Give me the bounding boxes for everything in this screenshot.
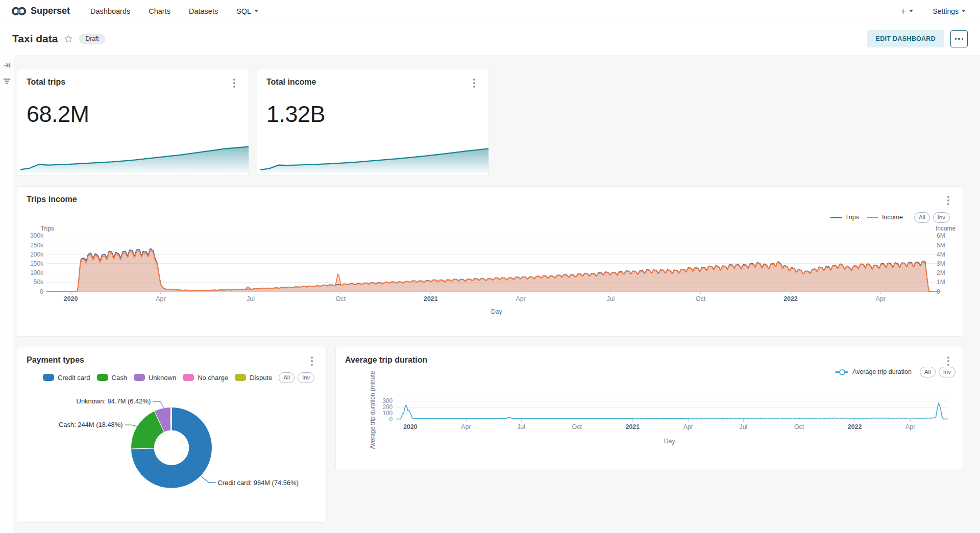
svg-text:4M: 4M: [937, 251, 945, 258]
svg-text:1M: 1M: [937, 278, 945, 286]
chevron-down-icon: [254, 10, 258, 12]
status-badge: Draft: [79, 34, 105, 44]
svg-text:Trips: Trips: [41, 225, 54, 232]
chart-legend: Credit card Cash Unknown No charge Dispu…: [43, 372, 314, 383]
favorite-star-icon[interactable]: [64, 34, 73, 43]
average-trip-duration-chart[interactable]: 3002001000Average trip duration (minute2…: [336, 347, 963, 469]
card-average-trip-duration: Average trip duration Average trip durat…: [335, 347, 963, 469]
svg-text:Oct: Oct: [794, 423, 804, 430]
svg-text:Jul: Jul: [517, 423, 525, 430]
dashboard-canvas: Total trips 68.2M Total income 1.32B Tri…: [0, 55, 980, 533]
legend-item-no-charge[interactable]: No charge: [183, 374, 228, 382]
chart-legend: Trips Income All Inv: [830, 212, 950, 223]
trips-income-chart[interactable]: 300k6M250k5M200k4M150k3M100k2M50k1M00Tri…: [17, 187, 963, 336]
legend-item-income[interactable]: Income: [867, 214, 903, 221]
nav-item-charts[interactable]: Charts: [149, 7, 170, 15]
card-total-trips: Total trips 68.2M: [17, 69, 249, 176]
legend-all-button[interactable]: All: [920, 367, 936, 377]
legend-inv-button[interactable]: Inv: [939, 367, 955, 377]
chart-legend: Average trip duration All Inv: [835, 367, 955, 377]
svg-text:2022: 2022: [783, 295, 798, 302]
expand-arrow-icon: [3, 61, 11, 69]
nav-item-sql[interactable]: SQL: [236, 7, 258, 15]
dashboard-more-button[interactable]: [950, 30, 968, 47]
svg-text:Day: Day: [491, 308, 503, 315]
chart-kebab-menu[interactable]: [232, 78, 236, 89]
svg-text:Jul: Jul: [606, 295, 615, 302]
legend-item-trips[interactable]: Trips: [830, 214, 859, 221]
chevron-down-icon: [909, 10, 913, 12]
chart-kebab-menu[interactable]: [946, 195, 950, 206]
income-line-swatch: [867, 217, 878, 218]
svg-text:Credit card: 984M (74.56%): Credit card: 984M (74.56%): [217, 479, 299, 487]
svg-text:Jul: Jul: [740, 423, 748, 430]
chart-title: Trips income: [27, 195, 77, 204]
page-title: Taxi data: [12, 33, 58, 45]
dashboard-header: Taxi data Draft EDIT DASHBOARD: [0, 22, 980, 55]
card-trips-income: Trips income Trips Income All Inv 300k6M…: [17, 186, 963, 337]
svg-text:Jul: Jul: [247, 295, 255, 302]
chart-title: Average trip duration: [345, 356, 427, 365]
svg-text:3M: 3M: [937, 260, 945, 267]
legend-all-button[interactable]: All: [279, 372, 295, 383]
total-trips-sparkline: [20, 134, 249, 173]
chart-kebab-menu[interactable]: [472, 78, 476, 89]
legend-item-credit-card[interactable]: Credit card: [43, 374, 90, 382]
legend-inv-button[interactable]: Inv: [933, 212, 950, 223]
legend-item-dispute[interactable]: Dispute: [235, 374, 272, 382]
line-marker-icon: [835, 369, 848, 374]
svg-text:50k: 50k: [34, 278, 43, 286]
svg-text:Apr: Apr: [516, 295, 525, 302]
svg-text:Unknown: 84.7M (6.42%): Unknown: 84.7M (6.42%): [77, 397, 151, 405]
credit-card-swatch: [43, 374, 54, 381]
edit-dashboard-button[interactable]: EDIT DASHBOARD: [867, 30, 944, 47]
filter-funnel-icon[interactable]: [3, 78, 11, 85]
legend-item-average-trip-duration[interactable]: Average trip duration: [835, 368, 912, 375]
dispute-swatch: [235, 374, 246, 381]
chart-title: Payment types: [27, 356, 84, 365]
settings-menu[interactable]: Settings: [933, 7, 966, 15]
svg-text:2021: 2021: [626, 423, 640, 430]
no-charge-swatch: [183, 374, 194, 381]
chart-kebab-menu[interactable]: [310, 356, 314, 367]
svg-text:2M: 2M: [937, 269, 945, 276]
svg-text:0: 0: [389, 416, 393, 423]
superset-brand[interactable]: Superset: [11, 6, 70, 17]
svg-text:200k: 200k: [30, 251, 43, 258]
new-item-button[interactable]: +: [900, 6, 913, 16]
nav-item-datasets[interactable]: Datasets: [189, 7, 218, 15]
chart-title: Total trips: [27, 78, 65, 87]
svg-text:Apr: Apr: [461, 423, 471, 430]
top-nav: Superset Dashboards Charts Datasets SQL …: [0, 0, 980, 22]
svg-text:2020: 2020: [403, 423, 418, 430]
brand-name: Superset: [31, 6, 70, 16]
svg-text:2021: 2021: [424, 295, 438, 302]
nav-item-dashboards[interactable]: Dashboards: [90, 7, 130, 15]
legend-inv-button[interactable]: Inv: [298, 372, 314, 383]
svg-text:150k: 150k: [30, 260, 43, 267]
big-number-value: 68.2M: [27, 101, 89, 128]
chart-title: Total income: [266, 78, 316, 87]
svg-text:Apr: Apr: [876, 295, 886, 302]
svg-text:Cash: 244M (18.48%): Cash: 244M (18.48%): [59, 421, 123, 428]
expand-filter-bar-button[interactable]: [3, 61, 11, 69]
svg-text:Apr: Apr: [905, 423, 915, 430]
svg-text:Apr: Apr: [683, 423, 693, 430]
svg-text:300k: 300k: [30, 232, 43, 239]
svg-text:Apr: Apr: [156, 295, 165, 302]
legend-item-cash[interactable]: Cash: [97, 374, 127, 382]
svg-text:Oct: Oct: [336, 295, 346, 302]
big-number-value: 1.32B: [266, 101, 325, 128]
legend-all-button[interactable]: All: [914, 212, 930, 223]
legend-item-unknown[interactable]: Unknown: [134, 374, 176, 382]
svg-text:250k: 250k: [30, 242, 43, 249]
card-total-income: Total income 1.32B: [257, 69, 489, 176]
chart-kebab-menu[interactable]: [946, 356, 950, 367]
svg-text:2022: 2022: [848, 423, 862, 430]
chevron-down-icon: [962, 10, 966, 12]
superset-logo-icon: [11, 6, 27, 17]
svg-text:6M: 6M: [937, 232, 945, 239]
trips-line-swatch: [830, 217, 842, 218]
svg-text:5M: 5M: [937, 242, 945, 249]
svg-text:Oct: Oct: [696, 295, 706, 302]
